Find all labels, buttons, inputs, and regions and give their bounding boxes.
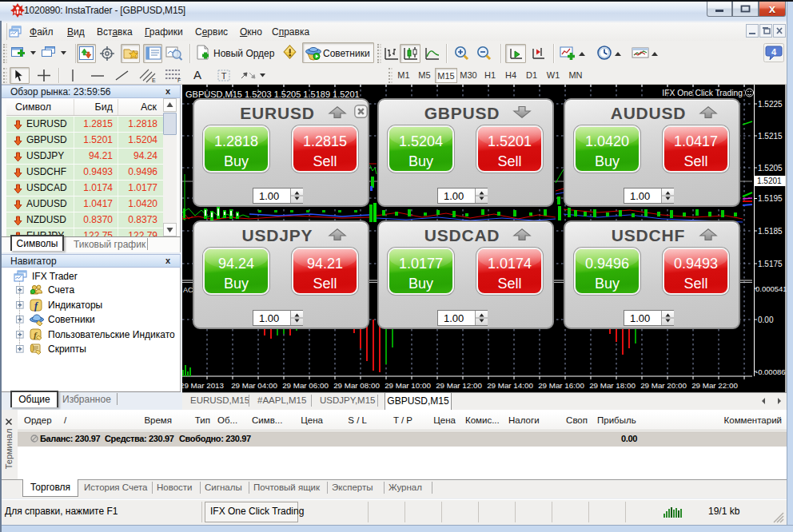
svg-text:T: T xyxy=(221,71,227,81)
svg-text:29 Mar 20:00: 29 Mar 20:00 xyxy=(640,381,687,390)
svg-text:0.00: 0.00 xyxy=(758,316,774,324)
svg-text:1.5195: 1.5195 xyxy=(758,194,783,203)
svg-text:29 Mar 12:00: 29 Mar 12:00 xyxy=(436,381,482,390)
svg-text:1.5201: 1.5201 xyxy=(757,177,782,185)
svg-text:29 Mar 10:00: 29 Mar 10:00 xyxy=(385,381,431,390)
svg-text:29 Mar 22:00: 29 Mar 22:00 xyxy=(691,381,738,390)
svg-text:E: E xyxy=(152,77,156,83)
svg-text:29 Mar 18:00: 29 Mar 18:00 xyxy=(589,381,636,390)
svg-text:1.5215: 1.5215 xyxy=(758,132,783,141)
svg-text:1.5225: 1.5225 xyxy=(758,100,783,109)
svg-text:IFX One Click Trading: IFX One Click Trading xyxy=(662,89,743,97)
svg-text:29 Mar 06:00: 29 Mar 06:00 xyxy=(282,381,329,390)
svg-text:29 Mar 08:00: 29 Mar 08:00 xyxy=(333,381,380,390)
svg-text:1.5185: 1.5185 xyxy=(758,227,783,236)
svg-text:29 Mar 2013: 29 Mar 2013 xyxy=(182,381,225,390)
svg-text:29 Mar 14:00: 29 Mar 14:00 xyxy=(487,381,533,390)
svg-text:x: x xyxy=(769,2,776,15)
svg-text:29 Mar 04:00: 29 Mar 04:00 xyxy=(231,381,277,390)
svg-text:29 Mar 16:00: 29 Mar 16:00 xyxy=(538,381,584,390)
svg-text:1.5175: 1.5175 xyxy=(758,260,783,268)
svg-text:0.000541: 0.000541 xyxy=(755,284,787,293)
svg-text:1.5205: 1.5205 xyxy=(758,164,783,173)
svg-text:F: F xyxy=(177,77,181,83)
svg-text:4: 4 xyxy=(771,47,777,57)
svg-text:-0.00086: -0.00086 xyxy=(755,367,786,376)
